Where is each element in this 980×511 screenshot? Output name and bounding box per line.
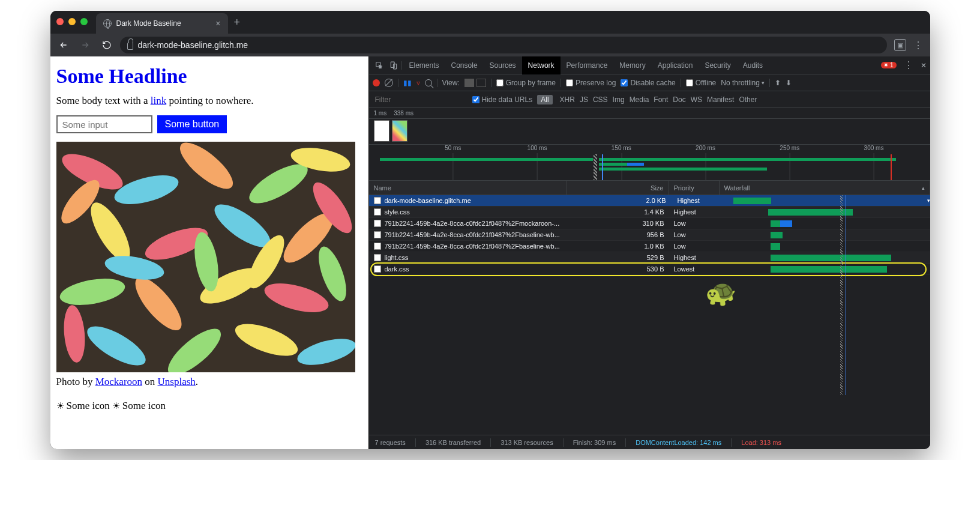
request-size: 529 B: [567, 254, 669, 261]
waterfall-bar: [771, 232, 783, 238]
overview-tick: 150 ms: [612, 145, 631, 151]
file-type-icon: [374, 197, 381, 204]
devtools-menu-button[interactable]: ⋮: [901, 59, 916, 71]
request-priority: Highest: [673, 197, 723, 204]
body-post: pointing to nowhere.: [166, 95, 253, 106]
close-tab-button[interactable]: ×: [215, 19, 220, 28]
error-badge[interactable]: 1: [881, 62, 897, 68]
devtools-tab-security[interactable]: Security: [699, 56, 736, 74]
record-button[interactable]: [373, 79, 380, 86]
credit-mid: on: [142, 376, 158, 387]
devtools-tab-elements[interactable]: Elements: [403, 56, 445, 74]
browser-menu-button[interactable]: ⋮: [911, 40, 925, 51]
overview-tick: 250 ms: [780, 145, 799, 151]
group-label: Group by frame: [506, 79, 556, 87]
credit-site-link[interactable]: Unsplash: [158, 376, 196, 387]
col-priority-header[interactable]: Priority: [669, 181, 720, 195]
network-overview[interactable]: 50 ms100 ms150 ms200 ms250 ms300 ms: [369, 145, 930, 181]
devtools-tabs: ElementsConsoleSourcesNetworkPerformance…: [369, 56, 930, 74]
overview-tick: 300 ms: [864, 145, 884, 151]
browser-tab[interactable]: Dark Mode Baseline ×: [96, 13, 228, 34]
credit-author-link[interactable]: Mockaroon: [95, 376, 142, 387]
filter-toggle[interactable]: ▿: [416, 79, 420, 87]
sun-icon-2: ☀: [112, 401, 120, 411]
waterfall-track: [724, 264, 925, 275]
filter-type-js[interactable]: JS: [577, 95, 591, 104]
col-waterfall-header[interactable]: Waterfall: [720, 181, 930, 195]
extension-icon[interactable]: ▣: [894, 39, 906, 51]
url-text: dark-mode-baseline.glitch.me: [138, 40, 248, 50]
page-body-text: Some body text with a link pointing to n…: [56, 95, 362, 107]
inspect-element-button[interactable]: [373, 59, 386, 72]
url-field[interactable]: dark-mode-baseline.glitch.me: [120, 37, 887, 53]
search-button[interactable]: [425, 79, 432, 86]
filter-type-doc[interactable]: Doc: [670, 95, 688, 104]
request-priority: Highest: [669, 208, 720, 216]
credit-post: .: [196, 376, 198, 387]
file-type-icon: [374, 208, 381, 216]
icons-row: ☀ Some icon ☀ Some icon: [56, 400, 362, 412]
filter-type-img[interactable]: Img: [610, 95, 627, 104]
traffic-lights: [56, 18, 88, 25]
devtools-close-button[interactable]: ✕: [921, 61, 927, 70]
demo-button[interactable]: Some button: [157, 115, 227, 133]
throttling-select[interactable]: No throttling: [721, 79, 765, 87]
devtools-tab-application[interactable]: Application: [652, 56, 699, 74]
filter-type-xhr[interactable]: XHR: [558, 95, 577, 104]
globe-icon: [103, 19, 112, 28]
devtools-tab-console[interactable]: Console: [445, 56, 484, 74]
maximize-window-button[interactable]: [80, 18, 88, 25]
devtools-tab-performance[interactable]: Performance: [561, 56, 614, 74]
back-button[interactable]: [55, 37, 72, 53]
minimize-window-button[interactable]: [68, 18, 76, 25]
devtools-tab-memory[interactable]: Memory: [613, 56, 651, 74]
clear-button[interactable]: [385, 79, 393, 87]
import-har-button[interactable]: ⬆: [775, 79, 781, 87]
waterfall-track: [724, 241, 925, 252]
filter-type-media[interactable]: Media: [627, 95, 652, 104]
request-size: 1.4 KB: [567, 208, 669, 216]
export-har-button[interactable]: ⬇: [786, 79, 792, 87]
col-size-header[interactable]: Size: [567, 181, 669, 195]
view-waterfall-button[interactable]: [476, 79, 486, 87]
preserve-log-checkbox[interactable]: Preserve log: [566, 79, 616, 87]
preserve-label: Preserve log: [576, 79, 616, 87]
body-link[interactable]: link: [151, 95, 166, 106]
thumbnail-2[interactable]: [392, 120, 407, 142]
col-name-header[interactable]: Name: [369, 181, 567, 195]
waterfall-bar: [771, 243, 781, 250]
hide-data-label: Hide data URLs: [482, 95, 533, 104]
filter-type-ws[interactable]: WS: [688, 95, 705, 104]
devtools-tab-audits[interactable]: Audits: [737, 56, 769, 74]
content-area: Some Headline Some body text with a link…: [50, 56, 930, 449]
devtools-tab-sources[interactable]: Sources: [484, 56, 522, 74]
waterfall-bar: [780, 220, 792, 227]
request-size: 1.0 KB: [567, 243, 669, 250]
offline-checkbox[interactable]: Offline: [686, 79, 716, 87]
filter-type-all[interactable]: All: [537, 95, 552, 104]
rendered-page: Some Headline Some body text with a link…: [50, 56, 368, 449]
screenshots-toggle[interactable]: ▮▮: [403, 79, 412, 87]
filter-type-manifest[interactable]: Manifest: [705, 95, 736, 104]
thumbnail-1[interactable]: [374, 120, 389, 142]
device-toggle-button[interactable]: [387, 59, 400, 72]
reload-button[interactable]: [98, 37, 115, 53]
view-large-rows-button[interactable]: [464, 79, 474, 87]
hide-data-urls-checkbox[interactable]: Hide data URLs: [472, 95, 533, 104]
filter-type-css[interactable]: CSS: [591, 95, 610, 104]
table-body[interactable]: dark-mode-baseline.glitch.me2.0 KBHighes…: [369, 195, 930, 435]
filter-type-font[interactable]: Font: [651, 95, 670, 104]
forward-button[interactable]: [77, 37, 94, 53]
new-tab-button[interactable]: +: [234, 16, 241, 29]
status-resources: 313 KB resources: [501, 439, 553, 446]
time-info-1: 1 ms: [374, 110, 387, 116]
request-priority: Low: [669, 231, 720, 238]
filter-input[interactable]: [373, 94, 467, 105]
filter-type-other[interactable]: Other: [736, 95, 759, 104]
group-by-frame-checkbox[interactable]: Group by frame: [496, 79, 556, 87]
devtools-tab-network[interactable]: Network: [522, 56, 561, 74]
demo-input[interactable]: [56, 115, 152, 133]
close-window-button[interactable]: [56, 18, 64, 25]
turtle-icon: 🐢: [705, 278, 736, 307]
disable-cache-checkbox[interactable]: Disable cache: [621, 79, 675, 87]
